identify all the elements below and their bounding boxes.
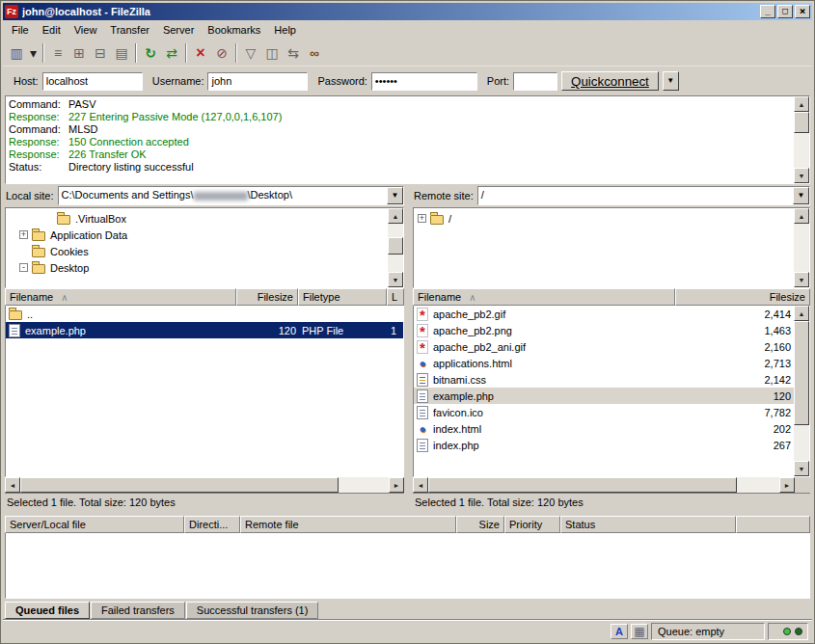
quickconnect-button[interactable]: Quickconnect bbox=[561, 71, 659, 91]
icon-file-icon bbox=[417, 406, 428, 419]
menu-server[interactable]: Server bbox=[156, 22, 201, 38]
scroll-left-icon[interactable]: ◄ bbox=[5, 477, 20, 493]
menu-file[interactable]: File bbox=[5, 22, 36, 38]
encryption-icon[interactable] bbox=[631, 624, 648, 639]
file-row[interactable]: index.php267 bbox=[414, 437, 794, 453]
menu-help[interactable]: Help bbox=[267, 22, 303, 38]
toggle-local-tree-button[interactable] bbox=[68, 42, 90, 64]
quickconnect-dropdown-button[interactable]: ▼ bbox=[663, 71, 679, 91]
local-path-value[interactable]: C:\Documents and Settings\\Desktop\ bbox=[59, 187, 387, 204]
php-file-icon bbox=[9, 324, 20, 337]
scroll-down-icon[interactable]: ▼ bbox=[794, 461, 809, 476]
remote-list-scrollbar[interactable]: ▲ ▼ bbox=[794, 306, 809, 476]
column-header-filename[interactable]: Filename bbox=[5, 288, 236, 306]
tree-item-root[interactable]: +/ bbox=[414, 210, 794, 227]
column-header-remote-file[interactable]: Remote file bbox=[240, 516, 456, 533]
sync-browse-button[interactable] bbox=[283, 42, 304, 64]
collapse-icon[interactable]: - bbox=[19, 263, 28, 272]
scrollbar-thumb[interactable] bbox=[20, 477, 339, 493]
toggle-queue-button[interactable] bbox=[111, 42, 132, 64]
username-input[interactable] bbox=[207, 72, 308, 91]
folder-icon bbox=[57, 215, 70, 225]
column-header-status[interactable]: Status bbox=[560, 516, 736, 533]
scroll-up-icon[interactable]: ▲ bbox=[794, 306, 809, 321]
tab-queued-files[interactable]: Queued files bbox=[5, 602, 90, 619]
scroll-up-icon[interactable]: ▲ bbox=[794, 208, 809, 224]
file-row-example-php[interactable]: example.php 120 PHP File 1 bbox=[6, 322, 403, 338]
scroll-left-icon[interactable]: ◄ bbox=[413, 477, 428, 493]
scroll-right-icon[interactable]: ► bbox=[779, 477, 795, 493]
chevron-down-icon[interactable]: ▼ bbox=[387, 187, 403, 204]
tree-item-virtualbox[interactable]: .VirtualBox bbox=[6, 210, 388, 227]
log-line-label: Response: bbox=[9, 148, 68, 160]
menu-transfer[interactable]: Transfer bbox=[103, 22, 156, 38]
remote-tree-scrollbar[interactable]: ▲ ▼ bbox=[794, 208, 809, 287]
port-input[interactable] bbox=[513, 72, 557, 91]
remote-site-combobox[interactable]: / ▼ bbox=[477, 186, 810, 205]
refresh-button[interactable] bbox=[140, 42, 161, 64]
site-manager-button[interactable] bbox=[6, 42, 27, 64]
chevron-down-icon[interactable]: ▼ bbox=[793, 187, 809, 204]
column-header-filesize[interactable]: Filesize bbox=[675, 288, 810, 306]
tab-failed-transfers[interactable]: Failed transfers bbox=[91, 602, 185, 619]
file-row-parent-dir[interactable]: .. bbox=[6, 306, 403, 322]
menu-edit[interactable]: Edit bbox=[36, 22, 68, 38]
scroll-down-icon[interactable]: ▼ bbox=[794, 168, 809, 183]
scroll-up-icon[interactable]: ▲ bbox=[388, 208, 403, 224]
close-button[interactable]: × bbox=[795, 5, 810, 18]
scrollbar-thumb[interactable] bbox=[428, 477, 737, 493]
column-header-filetype[interactable]: Filetype bbox=[298, 288, 387, 306]
menu-bookmarks[interactable]: Bookmarks bbox=[201, 22, 267, 38]
column-header-filesize[interactable]: Filesize bbox=[236, 288, 298, 306]
scrollbar-thumb[interactable] bbox=[388, 237, 403, 255]
scrollbar-thumb[interactable] bbox=[794, 321, 809, 425]
filter-button[interactable] bbox=[240, 42, 261, 64]
file-row[interactable]: apache_pb2_ani.gif2,160 bbox=[414, 338, 794, 355]
site-manager-dropdown-button[interactable] bbox=[27, 42, 40, 64]
scroll-down-icon[interactable]: ▼ bbox=[388, 272, 403, 287]
expand-icon[interactable]: + bbox=[19, 230, 28, 239]
toggle-message-log-button[interactable] bbox=[47, 42, 68, 64]
file-row[interactable]: favicon.ico7,782 bbox=[414, 404, 794, 420]
file-row[interactable]: apache_pb2.gif2,414 bbox=[414, 306, 794, 322]
column-header-size[interactable]: Size bbox=[456, 516, 504, 533]
tree-item-cookies[interactable]: Cookies bbox=[6, 243, 388, 259]
local-site-combobox[interactable]: C:\Documents and Settings\\Desktop\ ▼ bbox=[58, 186, 404, 205]
minimize-button[interactable]: _ bbox=[760, 5, 775, 18]
column-header-last-modified[interactable]: L bbox=[387, 288, 404, 306]
password-input[interactable] bbox=[371, 72, 477, 91]
find-button[interactable] bbox=[304, 42, 325, 64]
file-row[interactable]: index.html202 bbox=[414, 420, 794, 437]
scroll-down-icon[interactable]: ▼ bbox=[794, 272, 809, 287]
tree-item-desktop[interactable]: -Desktop bbox=[6, 259, 388, 276]
expand-icon[interactable]: + bbox=[418, 214, 426, 223]
column-header-server-local-file[interactable]: Server/Local file bbox=[5, 516, 184, 533]
column-header-direction[interactable]: Directi... bbox=[184, 516, 240, 533]
cancel-button[interactable] bbox=[190, 42, 211, 64]
file-row[interactable]: bitnami.css2,142 bbox=[414, 371, 794, 388]
transfer-type-icon[interactable] bbox=[611, 624, 628, 639]
site-manager-icon bbox=[8, 44, 25, 62]
process-queue-button[interactable] bbox=[161, 42, 182, 64]
file-row[interactable]: apache_pb2.png1,463 bbox=[414, 322, 794, 338]
local-list-hscrollbar[interactable]: ◄ ► bbox=[5, 477, 404, 493]
menu-view[interactable]: View bbox=[68, 22, 104, 38]
scrollbar-thumb[interactable] bbox=[794, 112, 809, 133]
scroll-up-icon[interactable]: ▲ bbox=[794, 96, 809, 112]
column-header-priority[interactable]: Priority bbox=[504, 516, 560, 533]
local-tree-scrollbar[interactable]: ▲ ▼ bbox=[388, 208, 403, 287]
disconnect-button[interactable] bbox=[211, 42, 232, 64]
maximize-button[interactable]: □ bbox=[777, 5, 793, 18]
toggle-remote-tree-button[interactable] bbox=[90, 42, 111, 64]
tree-item-application-data[interactable]: +Application Data bbox=[6, 227, 388, 243]
file-row[interactable]: applications.html2,713 bbox=[414, 355, 794, 371]
scroll-right-icon[interactable]: ► bbox=[389, 477, 404, 493]
remote-path-value[interactable]: / bbox=[478, 187, 793, 204]
log-scrollbar[interactable]: ▲ ▼ bbox=[794, 96, 809, 183]
tab-successful-transfers[interactable]: Successful transfers (1) bbox=[186, 602, 319, 619]
remote-list-hscrollbar[interactable]: ◄ ► bbox=[413, 477, 810, 493]
file-row-example-php[interactable]: example.php120 bbox=[414, 388, 794, 404]
host-input[interactable] bbox=[42, 72, 143, 91]
column-header-filename[interactable]: Filename bbox=[413, 288, 675, 306]
compare-button[interactable] bbox=[261, 42, 283, 64]
